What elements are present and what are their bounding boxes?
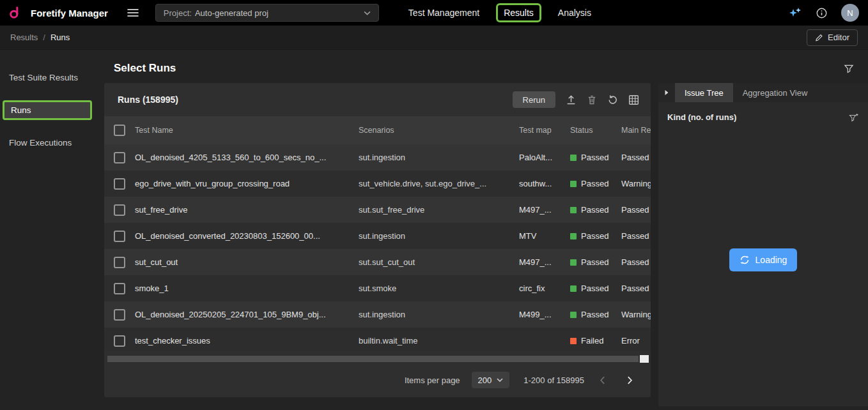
nav-tab-analysis[interactable]: Analysis (550, 3, 599, 22)
runs-toolbar: Runs (158995) Rerun (104, 83, 651, 116)
cell-scenarios: sut.ingestion (359, 231, 519, 241)
delete-button[interactable] (587, 95, 597, 105)
row-checkbox[interactable] (114, 152, 125, 163)
sparkles-icon (788, 6, 802, 19)
issue-panel-tabbar: Issue Tree Aggregation View (658, 83, 868, 102)
cell-test-name: OL_denoised_converted_20230803_152600_00… (135, 231, 359, 241)
project-select[interactable]: Project: Auto-generated proj (155, 4, 379, 22)
user-avatar[interactable]: N (841, 4, 859, 22)
status-label: Passed (581, 153, 608, 162)
sidebar: Test Suite Results Runs Flow Executions (0, 50, 95, 410)
chevron-left-icon (600, 376, 605, 384)
info-button[interactable] (816, 8, 827, 19)
column-header-test-map[interactable]: Test map (519, 126, 570, 135)
kind-row: Kind (no. of runs) (667, 112, 859, 122)
restore-button[interactable] (607, 95, 618, 105)
row-checkbox[interactable] (114, 335, 125, 347)
table-row[interactable]: ego_drive_with_vru_group_crossing_road s… (104, 171, 651, 197)
foretify-logo[interactable] (0, 0, 31, 26)
table-row[interactable]: OL_denoised_20250205_224701_105_9BM9_obj… (104, 301, 651, 328)
page-title: Select Runs (114, 62, 176, 75)
filter-button[interactable] (844, 64, 854, 73)
table-row[interactable]: OL_denoised_4205_5133_560_to_600_secs_no… (104, 144, 651, 171)
horizontal-scrollbar[interactable] (106, 355, 649, 363)
chevron-down-icon (497, 378, 503, 382)
tab-issue-tree[interactable]: Issue Tree (675, 83, 733, 102)
cell-scenarios: sut.ingestion (359, 310, 519, 319)
cell-scenarios: sut.sut_free_drive (359, 205, 519, 215)
scrollbar-corner (640, 355, 649, 363)
row-checkbox[interactable] (114, 178, 125, 190)
cell-scenarios: sut_vehicle.drive, sut.ego_drive_... (359, 179, 519, 188)
topbar: Foretify Manager Project: Auto-generated… (0, 0, 868, 26)
cell-test-name: sut_free_drive (135, 205, 359, 215)
top-navigation: Test Management Results Analysis (401, 3, 599, 22)
sidebar-item-flow-executions[interactable]: Flow Executions (0, 133, 95, 153)
row-checkbox[interactable] (114, 257, 125, 268)
table-row[interactable]: test_checker_issues builtin.wait_time Fa… (104, 328, 651, 351)
status-indicator (570, 312, 577, 318)
prev-page-button[interactable] (600, 376, 605, 384)
page-header: Select Runs (104, 59, 868, 78)
editor-button[interactable]: Editor (807, 29, 858, 46)
status-indicator (570, 181, 577, 187)
status-label: Failed (581, 336, 603, 345)
rerun-button[interactable]: Rerun (513, 91, 555, 108)
scrollbar-thumb[interactable] (107, 356, 639, 362)
column-header-scenarios[interactable]: Scenarios (359, 126, 519, 135)
chevron-right-icon (627, 376, 633, 384)
cell-test-map: MTV (519, 231, 570, 241)
tab-aggregation-view[interactable]: Aggregation View (733, 83, 818, 102)
sidebar-item-test-suite-results[interactable]: Test Suite Results (0, 68, 95, 87)
table-row[interactable]: smoke_1 sut.smoke circ_fix Passed Passed (104, 275, 651, 301)
breadcrumb-section[interactable]: Results (10, 33, 38, 42)
table-row[interactable]: sut_cut_out sut.sut_cut_out M497_... Pas… (104, 249, 651, 275)
grid-view-button[interactable] (628, 95, 639, 105)
row-checkbox[interactable] (114, 231, 125, 242)
runs-panel-title: Runs (158995) (118, 95, 178, 105)
cell-test-map: southw... (519, 179, 570, 188)
items-per-page-value: 200 (478, 376, 492, 385)
status-label: Passed (581, 205, 608, 215)
editor-button-label: Editor (828, 33, 849, 42)
breadcrumb-current: Runs (50, 33, 70, 42)
status-label: Passed (581, 284, 608, 293)
items-per-page-select[interactable]: 200 (472, 372, 510, 388)
cell-main-result: Passed (621, 257, 651, 267)
ai-assistant-button[interactable] (788, 6, 802, 19)
cell-test-name: sut_cut_out (135, 257, 359, 267)
foretify-logo-icon (8, 6, 22, 20)
loading-label: Loading (756, 255, 787, 265)
row-checkbox[interactable] (114, 309, 125, 321)
hamburger-menu-button[interactable] (127, 8, 139, 17)
cell-status: Passed (570, 231, 621, 241)
cell-test-map: circ_fix (519, 284, 570, 293)
status-label: Passed (581, 310, 608, 319)
next-page-button[interactable] (627, 376, 633, 384)
cell-status: Passed (570, 153, 621, 162)
breadcrumb-bar: Results / Runs Editor (0, 26, 868, 50)
cell-scenarios: sut.sut_cut_out (359, 257, 519, 267)
table-row[interactable]: OL_denoised_converted_20230803_152600_00… (104, 223, 651, 249)
column-header-main-result[interactable]: Main Result (621, 126, 651, 135)
export-button[interactable] (566, 95, 577, 105)
collapse-panel-button[interactable] (658, 83, 675, 102)
cell-test-map: M497_... (519, 257, 570, 267)
row-checkbox[interactable] (114, 283, 125, 294)
column-header-status[interactable]: Status (570, 126, 621, 135)
nav-tab-results[interactable]: Results (496, 3, 541, 22)
kind-filter-button[interactable] (849, 113, 859, 122)
select-all-checkbox[interactable] (114, 125, 125, 136)
table-row[interactable]: sut_free_drive sut.sut_free_drive M497_.… (104, 197, 651, 223)
column-header-test-name[interactable]: Test Name (135, 126, 359, 135)
cell-test-name: smoke_1 (135, 284, 359, 293)
nav-tab-test-management[interactable]: Test Management (401, 3, 487, 22)
filter-icon (844, 64, 854, 73)
panels: Runs (158995) Rerun (104, 83, 868, 406)
sidebar-item-runs[interactable]: Runs (3, 100, 92, 120)
cell-main-result: Error (621, 336, 651, 345)
issue-panel-body: Kind (no. of runs) (658, 102, 868, 406)
edit-pencil-icon (815, 33, 823, 42)
row-checkbox[interactable] (114, 204, 125, 216)
loading-button[interactable]: Loading (729, 248, 798, 271)
